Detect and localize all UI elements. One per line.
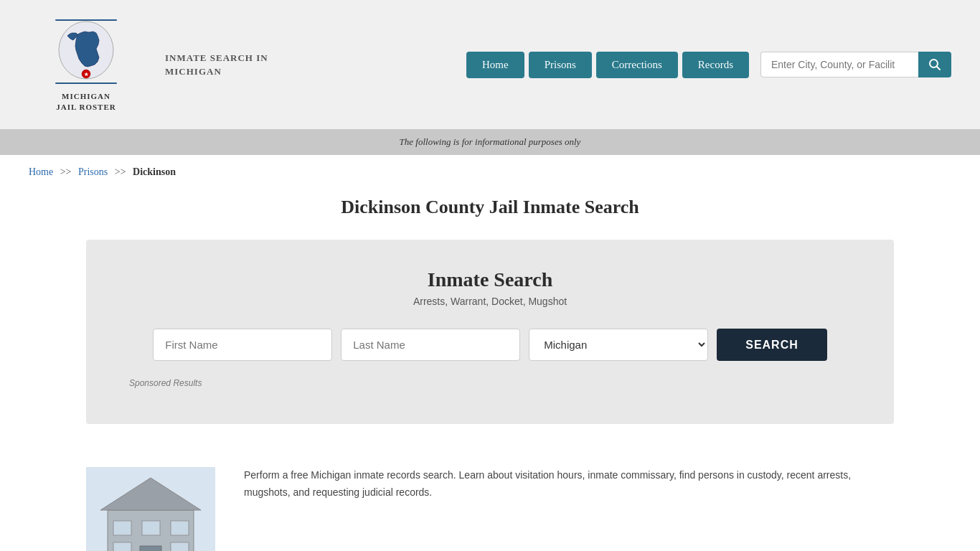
nav-corrections-button[interactable]: Corrections bbox=[596, 52, 678, 78]
header-search-button[interactable] bbox=[918, 52, 951, 77]
svg-rect-10 bbox=[140, 546, 161, 551]
breadcrumb-sep-1: >> bbox=[60, 166, 72, 177]
nav-records-button[interactable]: Records bbox=[682, 52, 749, 78]
svg-text:★: ★ bbox=[84, 72, 89, 77]
search-card-title: Inmate Search bbox=[129, 268, 851, 291]
breadcrumb-home-link[interactable]: Home bbox=[29, 166, 53, 177]
svg-rect-3 bbox=[55, 83, 117, 84]
state-select[interactable]: Michigan Alabama Alaska Arizona Arkansas… bbox=[529, 329, 708, 361]
nav-home-button[interactable]: Home bbox=[466, 52, 524, 78]
site-title: INMATE SEARCH INMICHIGAN bbox=[165, 51, 268, 79]
building-illustration bbox=[86, 467, 215, 551]
breadcrumb-sep-2: >> bbox=[115, 166, 126, 177]
search-button[interactable]: SEARCH bbox=[717, 329, 827, 361]
page-title-area: Dickinson County Jail Inmate Search bbox=[0, 189, 980, 240]
logo-image: ★ bbox=[54, 17, 118, 88]
svg-rect-15 bbox=[171, 542, 189, 551]
svg-rect-12 bbox=[142, 521, 160, 535]
search-icon bbox=[928, 58, 941, 71]
bottom-description: Perform a free Michigan inmate records s… bbox=[244, 467, 894, 501]
svg-line-6 bbox=[937, 67, 941, 70]
logo-text: MICHIGAN JAIL ROSTER bbox=[56, 91, 116, 113]
sponsored-label: Sponsored Results bbox=[129, 378, 851, 388]
nav-prisons-button[interactable]: Prisons bbox=[529, 52, 592, 78]
svg-rect-13 bbox=[171, 521, 189, 535]
breadcrumb: Home >> Prisons >> Dickinson bbox=[0, 155, 980, 189]
breadcrumb-prisons-link[interactable]: Prisons bbox=[78, 166, 108, 177]
first-name-input[interactable] bbox=[153, 329, 332, 361]
header: ★ MICHIGAN JAIL ROSTER INMATE SEARCH INM… bbox=[0, 0, 980, 129]
search-form: Michigan Alabama Alaska Arizona Arkansas… bbox=[129, 329, 851, 361]
bottom-section: Perform a free Michigan inmate records s… bbox=[0, 446, 980, 551]
search-card: Inmate Search Arrests, Warrant, Docket, … bbox=[86, 240, 894, 424]
last-name-input[interactable] bbox=[341, 329, 520, 361]
info-bar: The following is for informational purpo… bbox=[0, 129, 980, 155]
svg-rect-14 bbox=[113, 542, 131, 551]
header-search-wrap bbox=[760, 52, 951, 77]
header-search-input[interactable] bbox=[760, 52, 918, 77]
logo-area: ★ MICHIGAN JAIL ROSTER bbox=[29, 17, 143, 113]
svg-rect-11 bbox=[113, 521, 131, 535]
svg-rect-4 bbox=[55, 19, 117, 21]
search-card-subtitle: Arrests, Warrant, Docket, Mugshot bbox=[129, 296, 851, 307]
page-title: Dickinson County Jail Inmate Search bbox=[29, 197, 951, 218]
nav-area: Home Prisons Corrections Records bbox=[466, 52, 951, 78]
breadcrumb-current: Dickinson bbox=[133, 166, 176, 177]
